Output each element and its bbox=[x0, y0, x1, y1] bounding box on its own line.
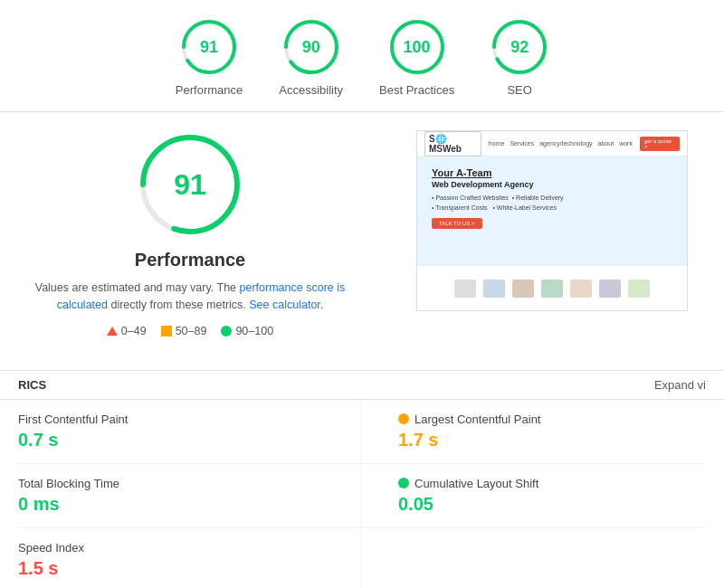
metrics-grid: First Contentful Paint 0.7 s Largest Con… bbox=[0, 400, 724, 589]
metric-si-name: Speed Index bbox=[18, 541, 84, 555]
right-panel: S🌐MSWeb home Services agency/technology … bbox=[380, 130, 724, 352]
metric-lcp-value: 1.7 s bbox=[398, 430, 706, 450]
score-legend: 0–49 50–89 90–100 bbox=[107, 325, 273, 337]
score-label-seo: SEO bbox=[507, 83, 531, 97]
nav-about: about bbox=[598, 140, 614, 147]
metric-si-header: Speed Index bbox=[18, 541, 325, 555]
nav-work: work bbox=[619, 140, 633, 147]
expand-button[interactable]: Expand vi bbox=[654, 378, 706, 392]
metric-lcp-header: Largest Contentful Paint bbox=[398, 413, 706, 426]
metric-cls-header: Cumulative Layout Shift bbox=[398, 477, 706, 490]
partner-logo-7 bbox=[628, 280, 650, 298]
partner-logo-5 bbox=[570, 280, 592, 298]
perf-title: Performance bbox=[135, 250, 245, 270]
metric-fcp-name: First Contentful Paint bbox=[18, 413, 128, 426]
scores-section: 91 Performance 90 Accessibility 100 Best… bbox=[0, 0, 724, 112]
metric-cls-value: 0.05 bbox=[398, 494, 706, 515]
metric-cls-name: Cumulative Layout Shift bbox=[414, 477, 538, 490]
nav-services: Services bbox=[510, 140, 534, 147]
score-circle-performance: 91 bbox=[180, 18, 238, 76]
big-score-value: 91 bbox=[174, 168, 206, 202]
metric-fcp: First Contentful Paint 0.7 s bbox=[18, 400, 362, 464]
site-hero: Your A-Team Web Development Agency • Pas… bbox=[417, 156, 687, 265]
score-value-accessibility: 90 bbox=[302, 38, 320, 57]
partner-logo-3 bbox=[512, 280, 534, 298]
metrics-section-label: RICS bbox=[18, 378, 46, 392]
metric-cls-dot bbox=[398, 478, 409, 488]
legend-green: 90–100 bbox=[221, 325, 273, 337]
score-label-accessibility: Accessibility bbox=[279, 83, 343, 97]
partner-logo-1 bbox=[454, 280, 476, 298]
nav-home: home bbox=[489, 140, 505, 147]
performance-big-circle: 91 bbox=[136, 130, 244, 239]
partner-logo-6 bbox=[599, 280, 621, 298]
metric-tbt-value: 0 ms bbox=[18, 494, 325, 515]
legend-orange: 50–89 bbox=[161, 325, 207, 337]
score-label-best-practices: Best Practices bbox=[379, 83, 454, 97]
score-value-performance: 91 bbox=[200, 38, 218, 57]
metric-fcp-value: 0.7 s bbox=[18, 430, 325, 450]
performance-summary: 91 Performance Values are estimated and … bbox=[18, 130, 362, 337]
nav-cta-button: get a quote > bbox=[640, 137, 680, 151]
legend-green-icon bbox=[221, 326, 232, 337]
perf-desc: Values are estimated and may vary. The p… bbox=[18, 280, 362, 314]
score-circle-seo: 92 bbox=[491, 18, 548, 76]
metric-cls: Cumulative Layout Shift 0.05 bbox=[362, 464, 706, 528]
site-logo: S🌐MSWeb bbox=[424, 131, 481, 156]
metric-lcp-dot bbox=[398, 413, 409, 424]
left-panel: 91 Performance Values are estimated and … bbox=[0, 130, 380, 352]
nav-links: home Services agency/technology about wo… bbox=[489, 140, 633, 147]
main-content: 91 Performance Values are estimated and … bbox=[0, 112, 724, 370]
site-screenshot: S🌐MSWeb home Services agency/technology … bbox=[416, 130, 688, 311]
legend-red-icon bbox=[107, 327, 118, 336]
partner-logo-4 bbox=[541, 280, 563, 298]
metric-tbt-header: Total Blocking Time bbox=[18, 477, 325, 490]
legend-red: 0–49 bbox=[107, 325, 147, 337]
nav-agency: agency/technology bbox=[539, 140, 592, 147]
score-item-best-practices: 100 Best Practices bbox=[379, 18, 454, 97]
metric-si-value: 1.5 s bbox=[18, 558, 325, 579]
site-logos bbox=[417, 265, 687, 310]
hero-cta-button: TALK TO US > bbox=[432, 218, 482, 229]
hero-bullets: • Passion Crafted Websites • Reliable De… bbox=[432, 193, 672, 213]
legend-orange-label: 50–89 bbox=[176, 325, 207, 337]
hero-title: Your A-Team bbox=[432, 167, 672, 178]
legend-orange-icon bbox=[161, 326, 172, 337]
hero-subtitle: Web Development Agency bbox=[432, 180, 672, 189]
score-value-best-practices: 100 bbox=[404, 38, 431, 57]
score-value-seo: 92 bbox=[510, 38, 529, 57]
metrics-section: RICS Expand vi First Contentful Paint 0.… bbox=[0, 370, 724, 589]
score-item-seo: 92 SEO bbox=[491, 18, 548, 97]
partner-logo-2 bbox=[483, 280, 505, 298]
site-nav: S🌐MSWeb home Services agency/technology … bbox=[417, 131, 687, 156]
metric-tbt-name: Total Blocking Time bbox=[18, 477, 119, 490]
score-item-accessibility: 90 Accessibility bbox=[279, 18, 343, 97]
metrics-header: RICS Expand vi bbox=[0, 371, 724, 400]
score-label-performance: Performance bbox=[176, 83, 243, 97]
legend-red-label: 0–49 bbox=[121, 325, 147, 337]
score-circle-accessibility: 90 bbox=[282, 18, 340, 76]
score-item-performance: 91 Performance bbox=[176, 18, 243, 97]
metric-lcp: Largest Contentful Paint 1.7 s bbox=[362, 400, 706, 464]
metric-lcp-name: Largest Contentful Paint bbox=[414, 413, 540, 426]
calculator-link[interactable]: See calculator bbox=[249, 299, 320, 311]
metric-si: Speed Index 1.5 s bbox=[18, 528, 362, 589]
score-circle-best-practices: 100 bbox=[388, 18, 446, 76]
metric-tbt: Total Blocking Time 0 ms bbox=[18, 464, 362, 528]
metric-fcp-header: First Contentful Paint bbox=[18, 413, 325, 426]
legend-green-label: 90–100 bbox=[235, 325, 273, 337]
